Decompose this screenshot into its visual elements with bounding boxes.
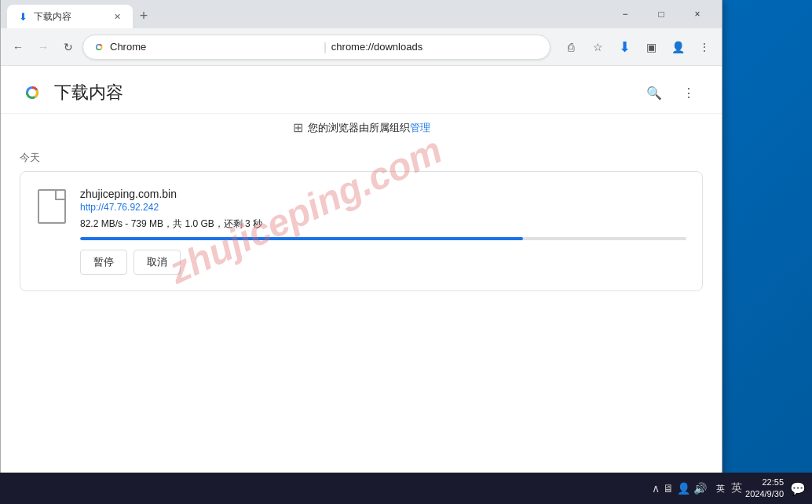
new-tab-button[interactable]: +	[133, 5, 155, 27]
chrome-window: ⬇ 下载内容 ✕ + − □ × ← → ↻ Chrome | chrome:/	[0, 0, 722, 479]
today-section: 今天 zhujiceping.com.bin http://47.76.92.2…	[1, 141, 722, 301]
search-button[interactable]: 🔍	[640, 79, 668, 107]
taskbar-lang-icon2: 英	[731, 481, 742, 495]
taskbar-date-value: 2024/9/30	[745, 488, 784, 500]
close-button[interactable]: ×	[679, 3, 715, 25]
cancel-button[interactable]: 取消	[134, 250, 181, 275]
forward-button[interactable]: →	[32, 36, 54, 58]
tab-title: 下载内容	[34, 10, 106, 24]
download-url[interactable]: http://47.76.92.242	[80, 202, 686, 213]
title-bar: ⬇ 下载内容 ✕ + − □ ×	[1, 0, 722, 28]
taskbar-clock[interactable]: 22:55 2024/9/30	[745, 477, 784, 501]
taskbar-volume-icon[interactable]: 🔊	[693, 482, 707, 495]
file-icon-wrapper	[36, 188, 68, 225]
more-options-button[interactable]: ⋮	[675, 79, 703, 107]
chrome-label: Chrome	[110, 41, 319, 53]
tab-favicon: ⬇	[16, 10, 29, 23]
page-title: 下载内容	[54, 81, 640, 104]
taskbar-user-icon[interactable]: 👤	[677, 482, 690, 495]
taskbar-language[interactable]: 英	[716, 483, 725, 495]
taskbar-pc-icon[interactable]: 🖥	[663, 482, 674, 495]
download-filename: zhujiceping.com.bin	[80, 188, 686, 200]
managed-banner: ⊞ 您的浏览器由所属组织管理	[1, 114, 722, 141]
managed-icon: ⊞	[293, 120, 303, 135]
window-controls: − □ ×	[607, 3, 715, 25]
managed-link[interactable]: 管理	[410, 122, 430, 133]
address-bar: ← → ↻ Chrome | chrome://downloads ⎙ ☆ ⬇ …	[1, 28, 722, 66]
header-actions: 🔍 ⋮	[640, 79, 703, 107]
download-status: 82.2 MB/s - 739 MB，共 1.0 GB，还剩 3 秒	[80, 217, 686, 231]
address-input[interactable]: Chrome | chrome://downloads	[82, 35, 550, 60]
refresh-button[interactable]: ↻	[57, 36, 79, 58]
back-button[interactable]: ←	[7, 36, 29, 58]
address-right-icons: ⎙ ☆ ⬇ ▣ 👤 ⋮	[560, 36, 715, 58]
chrome-address-icon	[93, 41, 105, 53]
file-icon	[38, 189, 66, 224]
menu-icon[interactable]: ⋮	[693, 36, 715, 58]
download-item: zhujiceping.com.bin http://47.76.92.242 …	[20, 171, 703, 291]
maximize-button[interactable]: □	[643, 3, 679, 25]
download-actions: 暂停 取消	[80, 250, 686, 275]
active-tab[interactable]: ⬇ 下载内容 ✕	[7, 5, 133, 28]
managed-text: 您的浏览器由所属组织管理	[308, 121, 430, 135]
download-icon[interactable]: ⬇	[613, 36, 635, 58]
pause-button[interactable]: 暂停	[80, 250, 127, 275]
download-info: zhujiceping.com.bin http://47.76.92.242 …	[80, 188, 686, 275]
taskbar-notification-icon[interactable]: 💬	[790, 481, 806, 496]
tab-close-button[interactable]: ✕	[111, 10, 123, 23]
address-separator: |	[324, 41, 327, 53]
bookmark-icon[interactable]: ☆	[587, 36, 609, 58]
chrome-logo	[20, 80, 45, 105]
progress-bar-wrapper	[80, 237, 686, 240]
minimize-button[interactable]: −	[607, 3, 643, 25]
taskbar: ∧ 🖥 👤 🔊 英 英 22:55 2024/9/30 💬	[0, 473, 812, 504]
profile-icon[interactable]: 👤	[667, 36, 689, 58]
sidebar-icon[interactable]: ▣	[640, 36, 662, 58]
today-label: 今天	[20, 141, 703, 171]
url-text: chrome://downloads	[331, 41, 540, 53]
downloads-header: 下载内容 🔍 ⋮	[1, 66, 722, 114]
share-icon[interactable]: ⎙	[560, 36, 582, 58]
progress-bar-fill	[80, 237, 523, 240]
taskbar-time-value: 22:55	[745, 477, 784, 488]
svg-point-1	[97, 45, 101, 49]
page-content: 下载内容 🔍 ⋮ ⊞ 您的浏览器由所属组织管理 今天 zhujiceping.c…	[1, 66, 722, 478]
taskbar-system-icons: ∧ 🖥 👤 🔊	[652, 482, 707, 495]
taskbar-arrow-icon[interactable]: ∧	[652, 482, 660, 495]
svg-point-3	[28, 89, 36, 97]
